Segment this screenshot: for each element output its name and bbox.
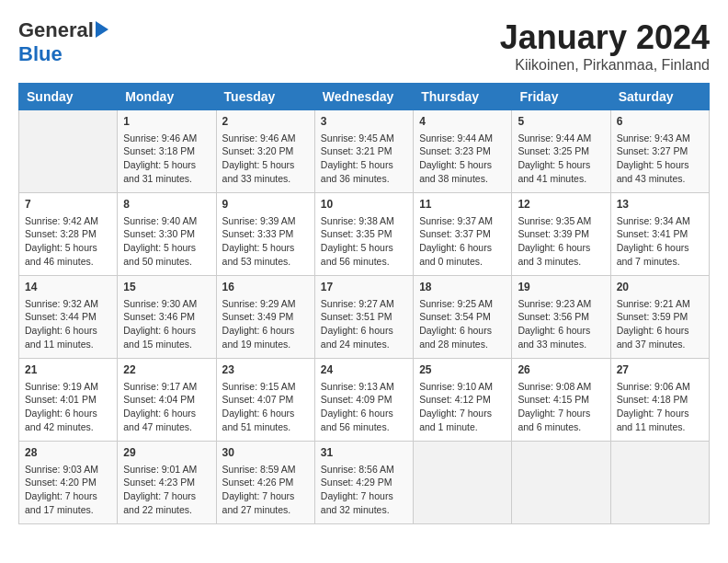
day-number: 4 [419, 114, 506, 130]
day-number: 24 [321, 362, 407, 378]
calendar-cell [512, 442, 610, 524]
calendar-cell: 30Sunrise: 8:59 AM Sunset: 4:26 PM Dayli… [216, 442, 314, 524]
day-number: 5 [518, 114, 604, 130]
day-info: Sunrise: 8:56 AM Sunset: 4:29 PM Dayligh… [321, 463, 407, 517]
calendar-cell: 18Sunrise: 9:25 AM Sunset: 3:54 PM Dayli… [414, 276, 512, 359]
day-number: 9 [222, 197, 309, 213]
day-number: 25 [419, 362, 506, 378]
column-header-monday: Monday [118, 84, 216, 110]
day-info: Sunrise: 9:25 AM Sunset: 3:54 PM Dayligh… [419, 297, 506, 351]
day-info: Sunrise: 9:38 AM Sunset: 3:35 PM Dayligh… [321, 214, 407, 269]
calendar-cell: 17Sunrise: 9:27 AM Sunset: 3:51 PM Dayli… [314, 276, 413, 359]
day-info: Sunrise: 9:03 AM Sunset: 4:20 PM Dayligh… [25, 463, 111, 517]
day-number: 7 [25, 197, 111, 213]
day-info: Sunrise: 9:32 AM Sunset: 3:44 PM Dayligh… [25, 297, 111, 351]
calendar-cell: 8Sunrise: 9:40 AM Sunset: 3:30 PM Daylig… [118, 193, 216, 276]
day-number: 10 [321, 197, 407, 213]
day-info: Sunrise: 9:43 AM Sunset: 3:27 PM Dayligh… [617, 132, 703, 186]
logo-general-text: General [18, 18, 94, 42]
calendar-cell: 20Sunrise: 9:21 AM Sunset: 3:59 PM Dayli… [610, 276, 709, 359]
calendar-cell: 6Sunrise: 9:43 AM Sunset: 3:27 PM Daylig… [610, 110, 709, 193]
day-number: 18 [419, 280, 506, 295]
day-number: 22 [123, 362, 210, 378]
calendar-cell: 5Sunrise: 9:44 AM Sunset: 3:25 PM Daylig… [512, 110, 610, 193]
day-info: Sunrise: 9:39 AM Sunset: 3:33 PM Dayligh… [222, 214, 309, 269]
day-info: Sunrise: 9:45 AM Sunset: 3:21 PM Dayligh… [321, 132, 407, 186]
day-info: Sunrise: 9:44 AM Sunset: 3:25 PM Dayligh… [518, 132, 604, 186]
day-info: Sunrise: 9:23 AM Sunset: 3:56 PM Dayligh… [518, 297, 604, 351]
day-number: 11 [419, 197, 506, 213]
calendar-cell: 2Sunrise: 9:46 AM Sunset: 3:20 PM Daylig… [216, 110, 314, 193]
calendar-cell: 25Sunrise: 9:10 AM Sunset: 4:12 PM Dayli… [414, 359, 512, 442]
calendar-cell: 11Sunrise: 9:37 AM Sunset: 3:37 PM Dayli… [414, 193, 512, 276]
calendar-cell: 16Sunrise: 9:29 AM Sunset: 3:49 PM Dayli… [216, 276, 314, 359]
day-number: 20 [617, 280, 703, 295]
calendar-cell: 1Sunrise: 9:46 AM Sunset: 3:18 PM Daylig… [118, 110, 216, 193]
week-row-1: 1Sunrise: 9:46 AM Sunset: 3:18 PM Daylig… [19, 110, 710, 193]
day-number: 19 [518, 280, 604, 295]
calendar-cell [19, 110, 118, 193]
week-row-4: 21Sunrise: 9:19 AM Sunset: 4:01 PM Dayli… [19, 359, 710, 442]
day-info: Sunrise: 9:46 AM Sunset: 3:20 PM Dayligh… [222, 132, 309, 186]
day-number: 21 [25, 362, 111, 378]
calendar-cell: 31Sunrise: 8:56 AM Sunset: 4:29 PM Dayli… [314, 442, 413, 524]
day-info: Sunrise: 9:10 AM Sunset: 4:12 PM Dayligh… [419, 380, 506, 434]
day-number: 31 [321, 445, 407, 461]
day-info: Sunrise: 9:46 AM Sunset: 3:18 PM Dayligh… [123, 132, 210, 186]
calendar-cell: 10Sunrise: 9:38 AM Sunset: 3:35 PM Dayli… [314, 193, 413, 276]
calendar-cell: 12Sunrise: 9:35 AM Sunset: 3:39 PM Dayli… [512, 193, 610, 276]
day-number: 17 [321, 280, 407, 295]
day-number: 29 [123, 445, 210, 461]
week-row-2: 7Sunrise: 9:42 AM Sunset: 3:28 PM Daylig… [19, 193, 710, 276]
day-info: Sunrise: 9:40 AM Sunset: 3:30 PM Dayligh… [123, 214, 210, 269]
day-info: Sunrise: 9:13 AM Sunset: 4:09 PM Dayligh… [321, 380, 407, 434]
calendar-cell: 21Sunrise: 9:19 AM Sunset: 4:01 PM Dayli… [19, 359, 118, 442]
logo-blue-text: Blue [18, 42, 63, 66]
day-number: 3 [321, 114, 407, 130]
day-number: 16 [222, 280, 309, 295]
day-number: 27 [617, 362, 703, 378]
calendar-cell: 13Sunrise: 9:34 AM Sunset: 3:41 PM Dayli… [610, 193, 709, 276]
column-header-friday: Friday [512, 84, 610, 110]
day-info: Sunrise: 9:34 AM Sunset: 3:41 PM Dayligh… [617, 214, 703, 269]
column-header-wednesday: Wednesday [314, 84, 413, 110]
calendar-cell: 15Sunrise: 9:30 AM Sunset: 3:46 PM Dayli… [118, 276, 216, 359]
day-number: 30 [222, 445, 309, 461]
logo: General Blue [18, 18, 108, 66]
calendar-cell [610, 442, 709, 524]
week-row-3: 14Sunrise: 9:32 AM Sunset: 3:44 PM Dayli… [19, 276, 710, 359]
column-header-tuesday: Tuesday [216, 84, 314, 110]
day-info: Sunrise: 9:01 AM Sunset: 4:23 PM Dayligh… [123, 463, 210, 517]
day-number: 15 [123, 280, 210, 295]
month-title: January 2024 [500, 18, 710, 57]
calendar-table: SundayMondayTuesdayWednesdayThursdayFrid… [18, 83, 710, 524]
calendar-header-row: SundayMondayTuesdayWednesdayThursdayFrid… [19, 84, 710, 110]
day-number: 26 [518, 362, 604, 378]
column-header-thursday: Thursday [414, 84, 512, 110]
calendar-cell: 26Sunrise: 9:08 AM Sunset: 4:15 PM Dayli… [512, 359, 610, 442]
location-subtitle: Kiikoinen, Pirkanmaa, Finland [500, 57, 710, 74]
calendar-cell: 27Sunrise: 9:06 AM Sunset: 4:18 PM Dayli… [610, 359, 709, 442]
logo-arrow-icon [96, 21, 108, 38]
day-info: Sunrise: 9:30 AM Sunset: 3:46 PM Dayligh… [123, 297, 210, 351]
day-number: 6 [617, 114, 703, 130]
day-info: Sunrise: 9:19 AM Sunset: 4:01 PM Dayligh… [25, 380, 111, 434]
calendar-cell: 19Sunrise: 9:23 AM Sunset: 3:56 PM Dayli… [512, 276, 610, 359]
week-row-5: 28Sunrise: 9:03 AM Sunset: 4:20 PM Dayli… [19, 442, 710, 524]
calendar-cell: 7Sunrise: 9:42 AM Sunset: 3:28 PM Daylig… [19, 193, 118, 276]
calendar-cell [414, 442, 512, 524]
day-info: Sunrise: 9:29 AM Sunset: 3:49 PM Dayligh… [222, 297, 309, 351]
day-info: Sunrise: 9:27 AM Sunset: 3:51 PM Dayligh… [321, 297, 407, 351]
day-info: Sunrise: 9:08 AM Sunset: 4:15 PM Dayligh… [518, 380, 604, 434]
day-info: Sunrise: 8:59 AM Sunset: 4:26 PM Dayligh… [222, 463, 309, 517]
day-number: 13 [617, 197, 703, 213]
calendar-cell: 24Sunrise: 9:13 AM Sunset: 4:09 PM Dayli… [314, 359, 413, 442]
calendar-cell: 29Sunrise: 9:01 AM Sunset: 4:23 PM Dayli… [118, 442, 216, 524]
column-header-sunday: Sunday [19, 84, 118, 110]
calendar-cell: 14Sunrise: 9:32 AM Sunset: 3:44 PM Dayli… [19, 276, 118, 359]
day-number: 1 [123, 114, 210, 130]
day-number: 14 [25, 280, 111, 295]
day-number: 2 [222, 114, 309, 130]
day-info: Sunrise: 9:44 AM Sunset: 3:23 PM Dayligh… [419, 132, 506, 186]
day-number: 23 [222, 362, 309, 378]
